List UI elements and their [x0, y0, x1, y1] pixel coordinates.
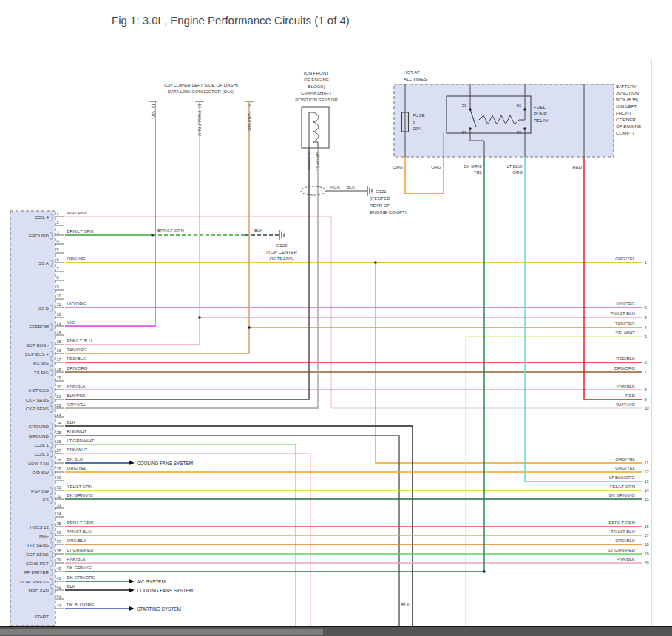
fuse-label: 6	[413, 119, 415, 124]
pin-number: 9	[57, 285, 59, 289]
system-link: STARTING SYSTEM	[137, 606, 181, 612]
pin-number: 6	[57, 257, 59, 262]
pin-number: 23	[57, 412, 61, 416]
pin-label: COIL 4	[35, 214, 50, 220]
junction-dot	[523, 127, 526, 130]
dlc-pin-number: 2	[247, 104, 251, 106]
wire-color-label: RED	[625, 393, 635, 398]
pin-number: 20	[57, 385, 61, 389]
pin-label: PSP SW	[31, 488, 49, 493]
terminal-number: 15	[645, 497, 649, 501]
wire-color-label: DK GRN/ORG	[67, 575, 96, 580]
ground-caption: (CENTER	[370, 196, 390, 201]
junction-dot	[469, 127, 472, 130]
pin-label: GROUND	[29, 424, 50, 429]
pin-number: 8	[57, 275, 59, 280]
pin-label: SCP BUS +	[25, 351, 50, 356]
pin-number: 5	[57, 248, 59, 252]
terminal-number: 4	[645, 325, 647, 330]
ground-caption: ENGINE COMPT)	[370, 209, 407, 214]
dlc-caption: (ON LOWER LEFT SIDE OF DASH)	[164, 82, 238, 87]
relay-terminal-label: 86	[517, 104, 521, 108]
fuse-label: FUSE	[413, 112, 425, 118]
pin-label: 3-2T/CCS	[28, 388, 49, 393]
relay-terminal-label: 85	[517, 130, 521, 135]
pin-label: KS	[43, 497, 49, 502]
wire-color-label: YEL/LT GRN	[610, 484, 635, 489]
pin-number: 26	[57, 439, 61, 444]
dlc-caption: DATA LINK CONNECTOR (DLC)	[168, 89, 234, 94]
terminal-number: 5	[645, 334, 647, 339]
wire-color-label: ORG/YEL	[615, 466, 635, 470]
wire-color-label: DK BLU/ORG	[67, 603, 95, 607]
pin-label: MAF	[39, 533, 49, 538]
wire-color-label: BLK/PNK	[67, 393, 86, 398]
relay-terminal-label: 87	[462, 130, 466, 135]
pin-number: 40	[57, 566, 61, 571]
wire-color-label: ORG/YEL	[615, 457, 635, 461]
wire-yel-wht	[466, 336, 642, 629]
bjb-caption: CORNER	[616, 117, 636, 122]
wire-color-label: LT BLU/ORG	[609, 476, 635, 480]
wire-color-label: BLK	[67, 584, 75, 589]
wire-dkgrn-yel	[65, 157, 484, 572]
pin-number: 11	[57, 302, 61, 307]
wire-color-label: ORG/YEL	[615, 257, 635, 261]
junction-dot	[374, 261, 377, 264]
wire-ltblu-org	[525, 157, 642, 481]
pin-number: 24	[57, 421, 61, 425]
pin-number: 3	[57, 230, 59, 234]
pin-label: EEPROM	[29, 324, 49, 329]
wire-color-label: TAN/ORG	[615, 322, 635, 326]
pin-number: 18	[57, 367, 61, 371]
pin-number: 13	[57, 321, 61, 325]
ckp-caption: BLOCK)	[308, 84, 325, 89]
wire-color-label: ORG/YEL	[67, 466, 87, 470]
ckp-caption: POSITION SENSOR	[295, 97, 338, 102]
fuse-label: 20A	[413, 126, 421, 131]
wire-blk-pnk	[65, 148, 309, 399]
wire-color-label: YEL/WHT	[615, 331, 635, 335]
wire-color-label: DK GRN/VIO	[67, 493, 94, 498]
pin-label: SENS RET	[26, 561, 49, 566]
pin-label: O/D SW	[32, 470, 49, 475]
wiring-diagram: (ON LOWER LEFT SIDE OF DASH)DATA LINK CO…	[0, 0, 672, 636]
wire-color-label: ORG/BLK	[67, 538, 87, 543]
bottom-scrollbar-thumb[interactable]	[0, 629, 323, 635]
wire-color-label: ORG/BLK	[615, 538, 635, 543]
terminal-number: 11	[645, 461, 649, 465]
wire-color-label: ORG	[393, 165, 403, 169]
ground-id: G121	[376, 189, 387, 194]
pin-number: 16	[57, 348, 61, 353]
pin-number: 34	[57, 512, 61, 516]
wire-color-label: PNK/BLK	[67, 384, 86, 388]
pin-label: GROUND	[29, 433, 50, 439]
wire-color-label: RED/LT GRN	[608, 521, 635, 525]
wire-color-label: LT GRN/WHT	[67, 439, 95, 443]
wire-color-label: BLK	[254, 229, 262, 233]
ground-caption: REAR OF	[370, 203, 390, 208]
wire-color-label: DK GRN/VIO	[609, 493, 636, 498]
pin-number: 44	[57, 603, 61, 608]
pin-number: 2	[57, 220, 59, 225]
dlc-pin-number: 13	[151, 104, 155, 108]
terminal-number: 12	[645, 470, 649, 474]
wire-color-label: ORG/YEL	[67, 257, 87, 261]
arrow-starting-system	[129, 606, 135, 611]
terminal-number: 10	[645, 406, 649, 410]
pin-label: ECT SENS	[26, 552, 49, 557]
wire-blk-24	[65, 426, 413, 629]
pin-number: 28	[57, 458, 61, 462]
pin-label: TX SIG	[34, 370, 49, 375]
terminal-number: 8	[645, 388, 647, 392]
pin-label: SCP BUS -	[26, 342, 49, 348]
ground-caption: (TOP CENTER	[266, 249, 297, 254]
pin-number: 21	[57, 394, 61, 399]
arrow-ac-system	[129, 579, 135, 583]
junction-dot	[151, 234, 154, 237]
wire-color-label: BRN/LT GRN	[157, 229, 184, 233]
system-link: COOLING FANS SYSTEM	[137, 461, 193, 466]
wire-color-label: DK BLU	[67, 457, 84, 461]
wire-color-label: BRN/ORG	[614, 366, 635, 371]
pin-number: 31	[57, 485, 61, 490]
